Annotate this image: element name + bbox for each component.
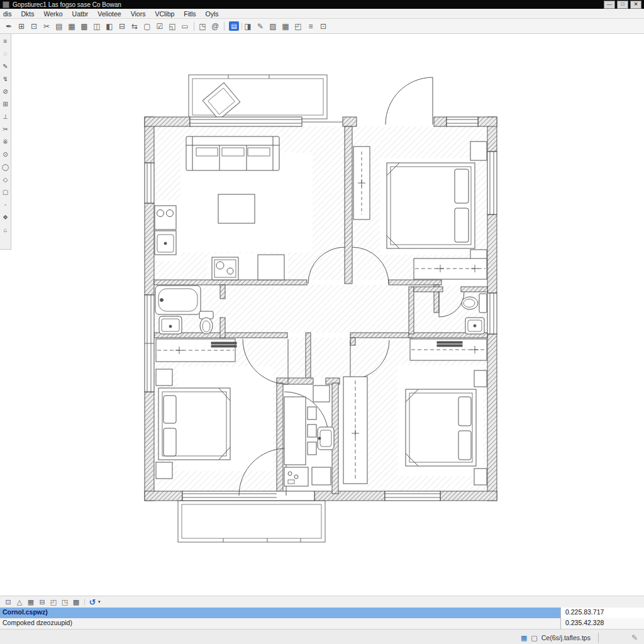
balcony-top [189, 75, 327, 119]
app-icon [3, 1, 9, 8]
layers-grid-icon[interactable]: ▦ [25, 597, 36, 607]
menu-oyls[interactable]: Oyls [206, 10, 219, 18]
maximize-button[interactable]: □ [617, 1, 628, 9]
zoom-tool-icon[interactable]: ⊙ [0, 148, 11, 161]
home-tool-icon[interactable]: ⌂ [0, 224, 11, 236]
rows-icon[interactable]: ▤ [53, 21, 65, 32]
lasso-tool-icon[interactable]: ◌ [0, 48, 11, 60]
status-row2-value: 0.235.42.328 [560, 618, 644, 629]
grid-tool-icon[interactable]: ⊞ [0, 98, 11, 111]
pattern-icon[interactable]: ▩ [70, 597, 82, 607]
titlebar: Gopstiurec1 Las fogso sase Co Bowan — □ … [0, 0, 644, 9]
bottom-toolbar: ⊡△▦⊟◰◳▩ ↺ ▾ [0, 596, 644, 608]
checked-doc-icon[interactable]: ☑ [153, 21, 166, 32]
pen-tool-icon[interactable]: ✒ [3, 21, 15, 32]
workspace: ≡◌✎↯⊘⊞⊥✂※⊙◯◇▢◦❖⌂ [0, 34, 644, 596]
export-doc-icon[interactable]: ◳ [196, 21, 209, 32]
status-row1-value: 0.225.83.717 [560, 608, 644, 618]
menu-veliotee[interactable]: Veliotee [97, 10, 121, 18]
file-doc-icon[interactable]: ▢ [531, 634, 537, 642]
edit-pencil-icon[interactable]: ✎ [631, 633, 638, 642]
view-box-icon[interactable]: ⊡ [3, 597, 14, 607]
balcony-bottom [178, 501, 325, 542]
menu-dkts[interactable]: Dkts [21, 10, 34, 18]
rect-tool-icon[interactable]: ▢ [0, 186, 11, 199]
save-icon[interactable]: ▤ [229, 21, 239, 31]
status-row-selected: Cornol.cspwz) 0.225.83.717 [0, 608, 644, 618]
notes-icon[interactable]: ≡ [304, 21, 317, 32]
mini-doc-icon[interactable]: ⊡ [317, 21, 330, 32]
tool-palette: ≡◌✎↯⊘⊞⊥✂※⊙◯◇▢◦❖⌂ [0, 34, 11, 250]
cut-icon[interactable]: ✂ [40, 21, 53, 32]
hatch-grid-icon[interactable]: ▩ [78, 21, 91, 32]
circle-tool-icon[interactable]: ◯ [0, 161, 11, 174]
menu-dis[interactable]: dis [3, 10, 11, 18]
menu-vclibp[interactable]: VClibp [155, 10, 174, 18]
window-title: Gopstiurec1 Las fogso sase Co Bowan [13, 1, 601, 8]
statusbar-divider [598, 633, 599, 643]
menubar: disDktsWerkoUatbrVelioteeViorsVClibpFitl… [0, 9, 644, 19]
status-row1-label[interactable]: Cornol.cspwz) [0, 608, 560, 618]
building-icon[interactable]: ◰ [292, 21, 304, 32]
export-box-icon[interactable]: ◳ [59, 597, 70, 607]
scissors-tool-icon[interactable]: ✂ [0, 123, 11, 136]
shape-tool-icon[interactable]: ◇ [0, 174, 11, 186]
snap-tool-icon[interactable]: ❖ [0, 211, 11, 224]
drawing-canvas[interactable] [0, 34, 644, 596]
menu-fitls[interactable]: Fitls [184, 10, 196, 18]
main-toolbar: ✒⊞⊡✂▤▦▩◫◧⊟⇆▢☑◱▭◳@▤◨✎▨▦◰≡⊡ [0, 19, 644, 34]
pencil-icon[interactable]: ✎ [254, 21, 267, 32]
split-window-icon[interactable]: ◫ [91, 21, 103, 32]
pane-arrow-icon[interactable]: ◨ [242, 21, 254, 32]
grid-icon[interactable]: ▦ [65, 21, 78, 32]
warning-icon[interactable]: △ [14, 597, 25, 607]
polyline-tool-icon[interactable]: ↯ [0, 73, 11, 86]
table-icon[interactable]: ⊡ [28, 21, 40, 32]
undo-dropdown-icon[interactable]: ▾ [98, 599, 101, 604]
menu-werko[interactable]: Werko [43, 10, 62, 18]
new-doc-icon[interactable]: ▢ [141, 21, 153, 32]
left-pane-icon[interactable]: ◧ [103, 21, 116, 32]
cabinet-icon[interactable]: ◰ [48, 597, 59, 607]
statusbar-filename: Ce(6s/j.tafles.tps [541, 634, 591, 641]
at-icon[interactable]: @ [209, 21, 221, 32]
open-doc-icon[interactable]: ◱ [166, 21, 179, 32]
doc-icon[interactable]: ▭ [179, 21, 191, 32]
undo-icon[interactable]: ↺ [87, 597, 98, 607]
slice-tool-icon[interactable]: ⊘ [0, 86, 11, 98]
coords-grid-icon[interactable]: ▦ [521, 634, 527, 642]
menu-uatbr[interactable]: Uatbr [72, 10, 89, 18]
swap-icon[interactable]: ⇆ [128, 21, 141, 32]
perpendicular-tool-icon[interactable]: ⊥ [0, 111, 11, 123]
bedroom-bottom-left-furniture [156, 339, 236, 479]
status-row: Compoked dzeozuupid) 0.235.42.328 [0, 618, 644, 629]
pencil-tool-icon[interactable]: ✎ [0, 60, 11, 73]
list-tool-icon[interactable]: ≡ [0, 35, 11, 48]
clipboard-icon[interactable]: ▨ [267, 21, 279, 32]
status-row2-label[interactable]: Compoked dzeozuupid) [0, 618, 560, 629]
spray-tool-icon[interactable]: ※ [0, 136, 11, 148]
frame-icon[interactable]: ⊞ [15, 21, 28, 32]
monitor-icon[interactable]: ⊟ [36, 597, 48, 607]
collapse-icon[interactable]: ⊟ [116, 21, 128, 32]
image-icon[interactable]: ▦ [279, 21, 292, 32]
menu-viors[interactable]: Viors [131, 10, 146, 18]
minimize-button[interactable]: — [604, 1, 615, 9]
close-button[interactable]: ✕ [630, 1, 641, 9]
node-tool-icon[interactable]: ◦ [0, 199, 11, 211]
statusbar: ▦ ▢ Ce(6s/j.tafles.tps ✎ [0, 629, 644, 644]
